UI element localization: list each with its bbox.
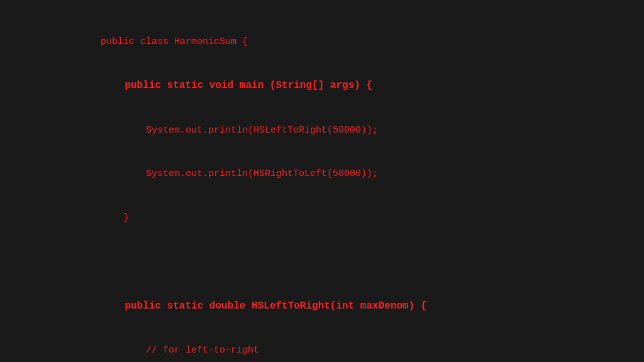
line-main-body-2: System.out.println(HSRightToLeft(50000))… [101, 167, 644, 181]
line-blank1 [101, 255, 644, 269]
line-class-declaration: public class HarmonicSum { [101, 35, 644, 49]
line-main-close: } [101, 211, 644, 225]
line-ltr-method: public static double HSLeftToRight(int m… [101, 299, 644, 314]
line-main-method: public static void main (String[] args) … [101, 78, 644, 94]
line-main-body-1: System.out.println(HSLeftToRight(50000))… [101, 123, 644, 138]
line-ltr-comment: // for left-to-right [101, 343, 644, 358]
code-block: public class HarmonicSum { public static… [0, 0, 644, 362]
